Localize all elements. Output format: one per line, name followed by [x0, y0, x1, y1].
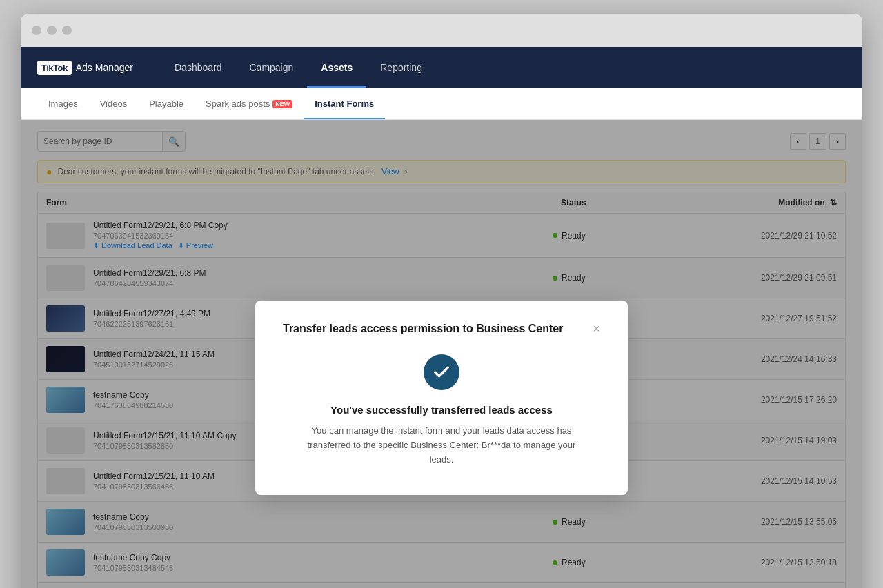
modal-close-button[interactable]: × — [593, 323, 600, 335]
nav-items: Dashboard Campaign Assets Reporting — [161, 47, 436, 88]
modal-dialog: Transfer leads access permission to Busi… — [255, 301, 628, 494]
modal-body: You've successfully transferred leads ac… — [283, 354, 600, 467]
nav-item-dashboard[interactable]: Dashboard — [161, 47, 236, 88]
brand-logo: TikTok — [37, 61, 72, 75]
nav-item-reporting[interactable]: Reporting — [366, 47, 436, 88]
sub-nav-instant-forms[interactable]: Instant Forms — [304, 88, 385, 119]
sub-nav-playable[interactable]: Playable — [138, 88, 195, 119]
app-window: TikTok Ads Manager Dashboard Campaign As… — [21, 14, 862, 588]
sub-nav-images[interactable]: Images — [37, 88, 89, 119]
modal-success-title: You've successfully transferred leads ac… — [283, 404, 600, 416]
success-icon-wrap — [424, 354, 459, 390]
modal-overlay[interactable]: Transfer leads access permission to Busi… — [21, 120, 862, 588]
modal-title: Transfer leads access permission to Busi… — [283, 323, 563, 335]
sub-nav-videos[interactable]: Videos — [89, 88, 139, 119]
brand: TikTok Ads Manager — [37, 61, 133, 75]
nav-item-campaign[interactable]: Campaign — [235, 47, 307, 88]
brand-name: Ads Manager — [76, 62, 133, 73]
sub-nav-spark[interactable]: Spark ads posts NEW — [195, 88, 304, 119]
modal-success-desc: You can manage the instant form and your… — [297, 424, 586, 467]
window-chrome — [21, 14, 862, 47]
chrome-min-btn[interactable] — [47, 26, 57, 35]
top-nav: TikTok Ads Manager Dashboard Campaign As… — [21, 47, 862, 88]
sub-nav: Images Videos Playable Spark ads posts N… — [21, 88, 862, 120]
modal-header: Transfer leads access permission to Busi… — [283, 323, 600, 335]
chrome-max-btn[interactable] — [62, 26, 72, 35]
nav-item-assets[interactable]: Assets — [307, 47, 366, 88]
content-area: 🔍 ‹ 1 › ● Dear customers, your instant f… — [21, 120, 862, 588]
sub-nav-spark-label: Spark ads posts — [206, 99, 270, 109]
new-badge: NEW — [272, 100, 292, 108]
chrome-close-btn[interactable] — [32, 26, 41, 35]
checkmark-icon — [432, 363, 451, 382]
